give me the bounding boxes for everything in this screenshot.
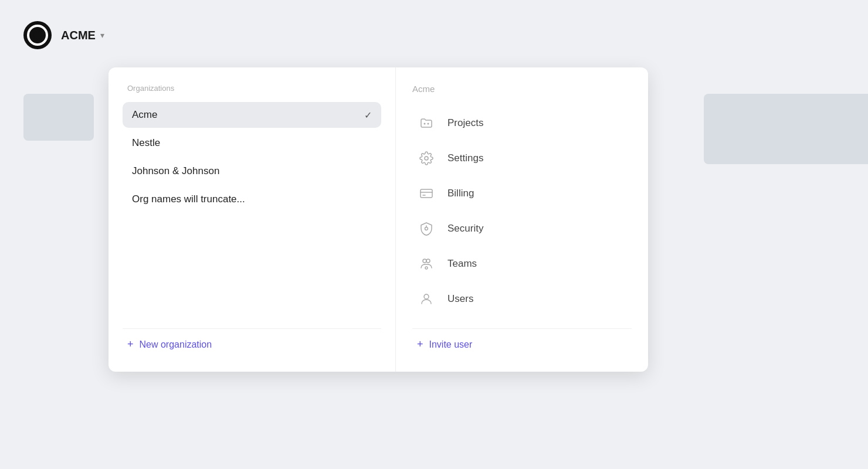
card-icon — [417, 184, 436, 203]
menu-item-settings[interactable]: Settings — [412, 141, 632, 176]
org-item-johnson[interactable]: Johnson & Johnson — [123, 158, 381, 184]
org-item-label: Johnson & Johnson — [132, 165, 219, 177]
org-switcher-trigger[interactable]: ACME ▾ — [61, 29, 104, 42]
content-placeholder — [704, 94, 868, 164]
svg-point-9 — [426, 259, 430, 263]
menu-item-billing[interactable]: Billing — [412, 176, 632, 211]
menu-label-users: Users — [447, 293, 473, 305]
chevron-down-icon: ▾ — [100, 30, 104, 40]
menu-label-settings: Settings — [447, 152, 483, 164]
new-org-button[interactable]: + New organization — [123, 328, 381, 355]
org-menu-panel: Acme Projects — [396, 67, 648, 372]
svg-point-10 — [425, 267, 428, 269]
shield-icon — [417, 219, 436, 238]
teams-icon — [417, 254, 436, 273]
svg-point-1 — [428, 123, 429, 125]
gear-icon — [417, 149, 436, 168]
svg-point-12 — [424, 294, 429, 299]
menu-label-security: Security — [447, 223, 483, 235]
org-name: ACME — [61, 29, 96, 42]
svg-point-0 — [424, 123, 426, 125]
new-org-label: New organization — [140, 339, 212, 350]
org-item-nestle[interactable]: Nestle — [123, 130, 381, 156]
right-panel-org-title: Acme — [412, 84, 632, 94]
org-item-truncate[interactable]: Org names will truncate... — [123, 186, 381, 212]
menu-item-projects[interactable]: Projects — [412, 106, 632, 141]
menu-item-teams[interactable]: Teams — [412, 246, 632, 281]
org-item-label: Org names will truncate... — [132, 193, 245, 205]
plus-icon: + — [417, 338, 423, 351]
svg-point-2 — [425, 157, 428, 160]
top-bar: ACME ▾ — [0, 0, 868, 70]
sidebar-placeholder — [23, 94, 94, 141]
menu-label-projects: Projects — [447, 117, 483, 129]
org-item-label: Nestle — [132, 137, 160, 149]
org-item-label: Acme — [132, 109, 157, 121]
org-dropdown: Organizations Acme ✓ Nestle Johnson & Jo… — [108, 67, 648, 372]
svg-point-8 — [423, 259, 426, 263]
app-logo — [23, 21, 52, 49]
plus-icon: + — [127, 338, 134, 351]
org-item-acme[interactable]: Acme ✓ — [123, 102, 381, 128]
menu-item-security[interactable]: Security — [412, 211, 632, 246]
check-icon: ✓ — [364, 110, 372, 121]
org-list: Acme ✓ Nestle Johnson & Johnson Org name… — [123, 102, 381, 317]
invite-label: Invite user — [429, 339, 473, 350]
org-list-panel: Organizations Acme ✓ Nestle Johnson & Jo… — [108, 67, 396, 372]
user-icon — [417, 290, 436, 308]
invite-user-button[interactable]: + Invite user — [412, 328, 632, 355]
menu-label-teams: Teams — [447, 258, 477, 270]
orgs-section-label: Organizations — [123, 84, 381, 93]
svg-rect-3 — [421, 189, 432, 198]
folder-icon — [417, 114, 436, 132]
menu-label-billing: Billing — [447, 188, 474, 199]
menu-item-users[interactable]: Users — [412, 281, 632, 317]
org-menu-list: Projects Settings — [412, 106, 632, 317]
